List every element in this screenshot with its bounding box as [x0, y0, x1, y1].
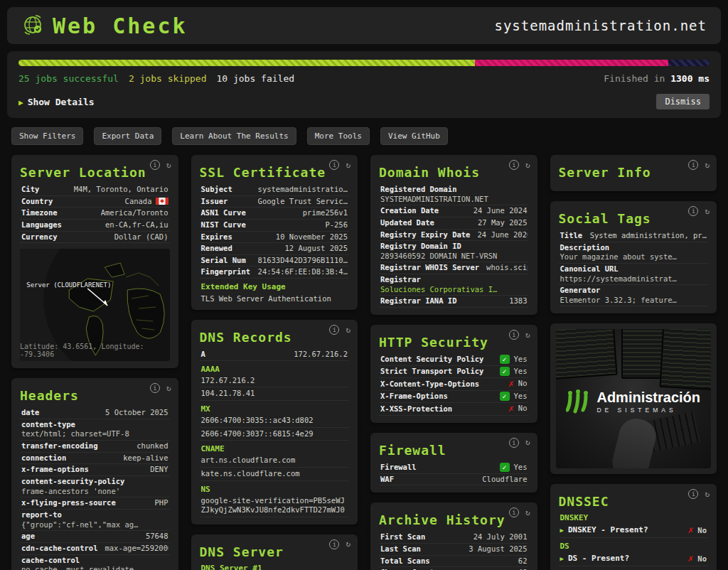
card-title: Domain Whois	[379, 165, 529, 180]
table-row: First Scan24 July 2001	[379, 532, 529, 544]
card-title: Headers	[20, 388, 170, 403]
expand-arrow-icon: ▶	[18, 98, 23, 107]
info-icon[interactable]: i	[329, 160, 339, 170]
dns-record-value: 104.21.78.41	[200, 387, 350, 401]
card-title: HTTP Security	[379, 335, 529, 350]
toolbar: Show Filters Export Data Learn About The…	[11, 127, 717, 145]
table-row: content-typetext/html; charset=UTF-8	[20, 419, 170, 441]
scanned-domain: systemadministration.net	[494, 18, 707, 33]
info-icon[interactable]: i	[509, 438, 519, 448]
export-data-button[interactable]: Export Data	[94, 127, 161, 145]
info-icon[interactable]: i	[688, 489, 698, 499]
dnssec-expandable-row[interactable]: ▶DS - Present? ✗No	[559, 552, 709, 566]
table-row: date5 October 2025	[20, 407, 170, 419]
refresh-icon[interactable]: ↻	[346, 161, 350, 170]
table-row: Timezone America/Toronto	[20, 208, 170, 220]
dnssec-expandable-row[interactable]: ▶DNSKEY - Present? ✗No	[559, 523, 709, 538]
server-location-map[interactable]: Server (CLOUDFLARENET) Latitude: 43.6561…	[20, 249, 170, 361]
table-row: X-XSS-Protection ✗No	[379, 403, 529, 416]
screenshot-brand-title: Administración	[596, 390, 700, 404]
table-row: GeneratorElementor 3.32.3; feature…	[559, 285, 709, 306]
info-icon[interactable]: i	[329, 539, 339, 549]
firewall-card: i ↻ Firewall Firewall ✓Yes WAF Cloudflar…	[370, 433, 537, 493]
extended-key-usage-heading: Extended Key Usage	[200, 282, 350, 291]
table-row: Serial Num81633D442D3796B1110…	[200, 255, 350, 267]
table-row: Registry Expiry Date24 June 2026	[379, 230, 529, 242]
archive-history-card: i ↻ Archive History First Scan24 July 20…	[370, 502, 537, 570]
info-icon[interactable]: i	[688, 160, 698, 170]
table-row: Canonical URLhttps://systemadministrat…	[559, 264, 709, 285]
map-coordinates: Latitude: 43.6561, Longitude: -79.3406	[20, 343, 165, 358]
refresh-icon[interactable]: ↻	[705, 490, 710, 499]
show-details-toggle[interactable]: ▶Show Details	[18, 97, 95, 107]
card-title: Archive History	[379, 512, 529, 527]
jobs-skipped-count: 2 jobs skipped	[129, 73, 207, 84]
dns-server-card: i ↻ DNS Server DNS Server #1 IP Address1…	[191, 534, 358, 570]
table-row: Registrar IANA ID1383	[379, 296, 529, 308]
app-title: Web Check	[53, 14, 188, 38]
dns-group-heading: NS	[200, 485, 350, 494]
refresh-icon[interactable]: ↻	[705, 161, 710, 170]
table-row: age57648	[20, 531, 170, 543]
info-icon[interactable]: i	[509, 330, 519, 340]
more-tools-button[interactable]: More Tools	[307, 127, 370, 145]
refresh-icon[interactable]: ↻	[346, 539, 350, 549]
table-row: IssuerGoogle Trust Servic…	[200, 196, 350, 208]
dns-server-group-heading: DNS Server #1	[200, 564, 350, 570]
dns-record-value: 2606:4700:3035::ac43:d802	[200, 414, 350, 428]
card-title: SSL Certificate	[200, 165, 350, 180]
info-icon[interactable]: i	[688, 206, 698, 216]
table-row: Currency Dollar (CAD)	[20, 232, 170, 244]
card-title: DNS Server	[200, 544, 350, 559]
info-icon[interactable]: i	[150, 383, 160, 393]
info-icon[interactable]: i	[329, 325, 339, 335]
view-github-button[interactable]: View GitHub	[380, 127, 448, 145]
dns-record-value: google-site-verification=PB5seWJZJkyQjZw…	[200, 495, 350, 517]
refresh-icon[interactable]: ↻	[166, 384, 171, 393]
dnssec-group-heading: DS	[559, 542, 709, 551]
job-status-line: 25 jobs successful 2 jobs skipped 10 job…	[18, 73, 710, 84]
table-row: x-flying-press-sourcePHP	[20, 498, 170, 510]
table-row: Last Scan3 August 2025	[379, 544, 529, 556]
column-4: i ↻ Server Info i ↻ Social Tags TitleSys…	[550, 155, 717, 570]
globe-check-icon	[21, 14, 46, 38]
monitor-graphic	[660, 329, 711, 390]
table-row: x-frame-optionsDENY	[20, 464, 170, 476]
table-row: City M4M, Toronto, Ontario	[20, 184, 170, 196]
info-icon[interactable]: i	[509, 507, 519, 517]
table-row: Registered DomainSYSTEMADMINISTRATION.NE…	[379, 184, 529, 205]
refresh-icon[interactable]: ↻	[166, 161, 171, 170]
refresh-icon[interactable]: ↻	[525, 330, 530, 340]
dns-record-value: kate.ns.cloudflare.com	[200, 468, 350, 481]
table-row: Change Count48	[379, 567, 529, 570]
info-icon[interactable]: i	[150, 160, 160, 170]
refresh-icon[interactable]: ↻	[525, 438, 530, 447]
http-security-card: i ↻ HTTP Security Content Security Polic…	[370, 325, 537, 423]
check-icon: ✓	[500, 355, 510, 364]
screenshot-brand-subtitle: DE SISTEMAS	[596, 407, 700, 414]
refresh-icon[interactable]: ↻	[525, 508, 530, 517]
dnssec-card: i ↻ DNSSEC DNSKEY ▶DNSKEY - Present? ✗No…	[550, 484, 717, 570]
show-filters-button[interactable]: Show Filters	[11, 127, 83, 145]
check-icon: ✓	[500, 367, 510, 376]
table-row: cache-controlno-cache, must-revalidate	[20, 555, 170, 570]
card-title: Social Tags	[559, 211, 709, 226]
table-row: Languages en-CA,fr-CA,iu	[20, 220, 170, 232]
card-title: Server Location	[20, 165, 170, 180]
table-row: Registrar WHOIS Serverwhois.scip.es	[379, 262, 529, 274]
refresh-icon[interactable]: ↻	[346, 326, 350, 335]
refresh-icon[interactable]: ↻	[705, 207, 710, 216]
dns-record-value: 2606:4700:3037::6815:4e29	[200, 428, 350, 441]
registrar-link[interactable]: Soluciones Corporativas I…	[380, 285, 528, 295]
table-row: report-to{"group":"cf-nel","max ag…	[20, 510, 170, 531]
dismiss-button[interactable]: Dismiss	[656, 94, 710, 109]
table-row: X-Content-Type-Options ✗No	[379, 378, 529, 391]
card-title: DNSSEC	[559, 494, 709, 509]
refresh-icon[interactable]: ↻	[525, 161, 530, 170]
table-row: TitleSystem administration, pr…	[559, 230, 709, 242]
logo[interactable]: Web Check	[21, 14, 188, 38]
progress-success-segment	[18, 60, 475, 66]
info-icon[interactable]: i	[509, 160, 519, 170]
learn-about-results-button[interactable]: Learn About The Results	[172, 127, 296, 145]
canada-flag-icon	[156, 198, 168, 205]
